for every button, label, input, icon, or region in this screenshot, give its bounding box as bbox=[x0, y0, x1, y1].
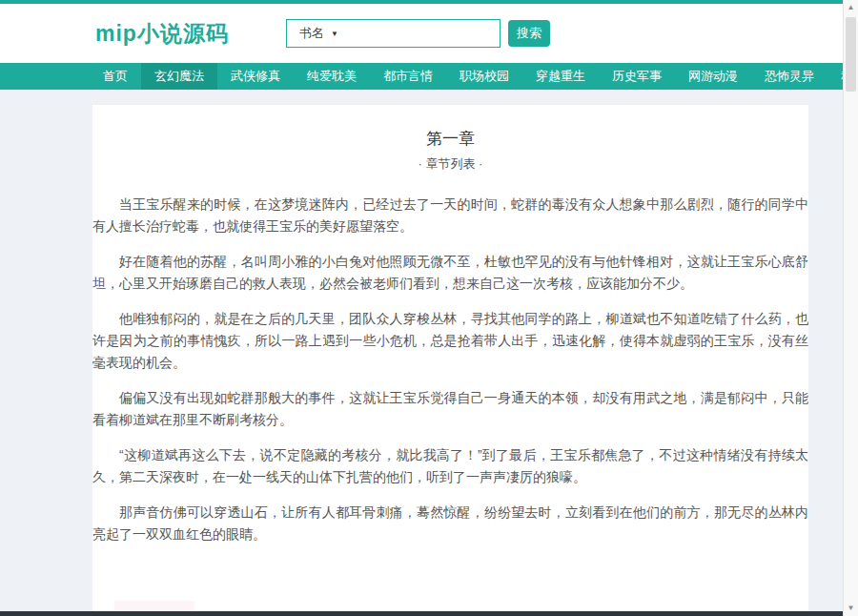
chapter-paragraph: 当王宝乐醒来的时候，在这梦境迷阵内，已经过去了一天的时间，蛇群的毒没有众人想象中… bbox=[92, 194, 808, 237]
scrollbar[interactable]: ▲ ▼ bbox=[843, 0, 858, 616]
paragraph-gap bbox=[92, 559, 808, 611]
search-box: 书名 ▼ bbox=[286, 19, 500, 48]
nav-item-xuanhuan-fantasy[interactable]: 玄幻魔法 bbox=[141, 63, 217, 90]
nav-item-wuxia[interactable]: 武侠修真 bbox=[217, 63, 294, 90]
site-logo[interactable]: mip小说源码 bbox=[95, 19, 229, 49]
faint-placeholder bbox=[114, 601, 194, 611]
chapter-paragraph: 偏偏又没有出现如蛇群那般大的事件，这就让王宝乐觉得自己一身通天的本领，却没有用武… bbox=[92, 387, 808, 431]
search-input[interactable] bbox=[348, 20, 500, 47]
scrollbar-down-arrow-icon[interactable]: ▼ bbox=[844, 601, 858, 616]
nav-item-home[interactable]: 首页 bbox=[90, 63, 141, 90]
nav-item-horror[interactable]: 恐怖灵异 bbox=[751, 63, 827, 90]
footer-bar bbox=[0, 611, 843, 616]
nav-item-history-military[interactable]: 历史军事 bbox=[599, 63, 675, 90]
chapter-paragraph: 那声音仿佛可以穿透山石，让所有人都耳骨刺痛，蓦然惊醒，纷纷望去时，立刻看到在他们… bbox=[92, 502, 808, 545]
chapter-paragraph: 他唯独郁闷的，就是在之后的几天里，团队众人穿梭丛林，寻找其他同学的路上，柳道斌也… bbox=[92, 308, 808, 374]
search-group: 书名 ▼ 搜索 bbox=[286, 19, 550, 48]
nav-item-urban-romance[interactable]: 都市言情 bbox=[370, 63, 446, 90]
chapter-list-link[interactable]: · 章节列表 · bbox=[92, 155, 808, 173]
book-category-select-label: 书名 bbox=[299, 25, 324, 42]
dropdown-arrow-icon: ▼ bbox=[331, 30, 338, 38]
scrollbar-up-arrow-icon[interactable]: ▲ bbox=[844, 0, 858, 15]
book-category-select[interactable]: 书名 ▼ bbox=[287, 25, 348, 42]
main-nav: 首页 玄幻魔法 武侠修真 纯爱耽美 都市言情 职场校园 穿越重生 历史军事 网游… bbox=[0, 63, 843, 90]
site-header: mip小说源码 书名 ▼ 搜索 bbox=[0, 4, 843, 63]
search-button[interactable]: 搜索 bbox=[508, 20, 550, 47]
chapter-content-card: 第一章 · 章节列表 · 当王宝乐醒来的时候，在这梦境迷阵内，已经过去了一天的时… bbox=[92, 105, 808, 611]
nav-item-rebirth[interactable]: 穿越重生 bbox=[522, 63, 599, 90]
chapter-paragraph: 好在随着他的苏醒，名叫周小雅的小白兔对他照顾无微不至，杜敏也罕见的没有与他针锋相… bbox=[92, 251, 808, 295]
scrollbar-thumb[interactable] bbox=[846, 17, 856, 92]
nav-item-game-anime[interactable]: 网游动漫 bbox=[675, 63, 751, 90]
nav-item-workplace-campus[interactable]: 职场校园 bbox=[446, 63, 522, 90]
header-inner: mip小说源码 书名 ▼ 搜索 bbox=[0, 4, 843, 63]
chapter-paragraph: “这柳道斌再这么下去，说不定隐藏的考核分，就比我高了！”到了最后，王宝乐都焦急了… bbox=[92, 444, 808, 488]
nav-item-danmei[interactable]: 纯爱耽美 bbox=[294, 63, 370, 90]
chapter-title: 第一章 bbox=[92, 128, 808, 150]
